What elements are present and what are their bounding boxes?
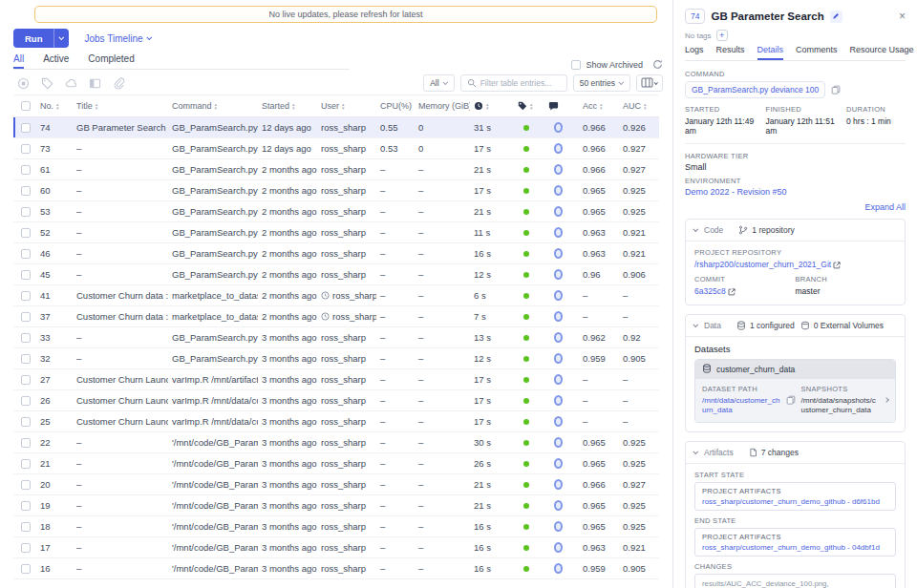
table-row[interactable]: 26Customer Churn LaunclvarImp.R /mnt/dat… <box>13 390 659 411</box>
sort-icon[interactable]: ▴▾ <box>486 102 489 110</box>
table-row[interactable]: 61–GB_ParamSearch.py de2 months agoross_… <box>13 159 659 180</box>
command-link[interactable]: GB_ParamSearch.py deviance 100 <box>685 81 825 98</box>
comments-indicator-icon[interactable] <box>554 416 563 427</box>
table-row[interactable]: 37Customer Churn data : Imarketplace_to_… <box>13 306 659 327</box>
commit-link[interactable]: 6a325c8 <box>694 286 726 296</box>
row-checkbox[interactable] <box>21 438 31 448</box>
edit-title-icon[interactable] <box>830 10 842 23</box>
comments-indicator-icon[interactable] <box>554 185 563 196</box>
column-header-acc[interactable]: Acc▴▾ <box>579 101 619 111</box>
comments-indicator-icon[interactable] <box>554 311 563 322</box>
run-button[interactable]: Run <box>13 29 69 48</box>
table-row[interactable]: 73–GB_ParamSearch.py de12 days agoross_s… <box>13 138 659 159</box>
row-checkbox[interactable] <box>21 312 31 322</box>
attachment-icon[interactable] <box>113 77 125 90</box>
column-header-started[interactable]: Started▴▾ <box>258 101 317 111</box>
panel-tab-details[interactable]: Details <box>757 45 784 60</box>
table-row[interactable]: 46–GB_ParamSearch.py de2 months agoross_… <box>13 243 659 264</box>
copy-icon[interactable] <box>831 85 841 94</box>
table-row[interactable]: 17–'/mnt/code/GB_ParamS3 months agoross_… <box>13 537 659 558</box>
comments-indicator-icon[interactable] <box>554 374 563 385</box>
column-header-title[interactable]: Title▴▾ <box>73 101 168 111</box>
table-row[interactable]: 52–GB_ParamSearch.py de2 months agoross_… <box>13 222 659 243</box>
row-checkbox[interactable] <box>21 564 31 574</box>
comments-indicator-icon[interactable] <box>554 143 563 154</box>
refresh-icon[interactable] <box>652 59 663 70</box>
column-header-no[interactable]: No.▴▾ <box>36 101 73 111</box>
tab-all[interactable]: All <box>13 53 24 69</box>
row-checkbox[interactable] <box>21 396 31 406</box>
row-checkbox[interactable] <box>21 207 31 217</box>
chevron-right-icon[interactable] <box>885 385 888 416</box>
comments-indicator-icon[interactable] <box>554 479 563 490</box>
row-checkbox[interactable] <box>21 249 31 259</box>
row-checkbox[interactable] <box>21 459 31 469</box>
run-dropdown-button[interactable] <box>53 29 69 48</box>
table-row[interactable]: 32–GB_ParamSearch.py de3 months agoross_… <box>13 348 659 369</box>
comments-indicator-icon[interactable] <box>554 500 563 511</box>
comments-indicator-icon[interactable] <box>554 521 563 532</box>
entries-select[interactable]: 50 entries <box>573 74 630 92</box>
stop-run-icon[interactable] <box>17 77 30 90</box>
panel-tab-results[interactable]: Results <box>716 45 745 60</box>
comments-indicator-icon[interactable] <box>554 269 563 280</box>
cloud-download-icon[interactable] <box>65 77 77 90</box>
run-button-label[interactable]: Run <box>13 29 53 48</box>
row-checkbox[interactable] <box>21 123 31 133</box>
comments-indicator-icon[interactable] <box>554 332 563 343</box>
sort-icon[interactable]: ▴▾ <box>600 102 603 110</box>
row-checkbox[interactable] <box>21 165 31 175</box>
comments-indicator-icon[interactable] <box>554 206 563 217</box>
end-state-link[interactable]: ross_sharp/customer_churn_demo_github - … <box>702 543 880 552</box>
sort-icon[interactable]: ▴▾ <box>644 102 647 110</box>
row-checkbox[interactable] <box>21 417 31 427</box>
table-row[interactable]: 27Customer Churn LaunclvarImp.R /mnt/art… <box>13 369 659 390</box>
columns-icon[interactable] <box>89 77 101 90</box>
table-row[interactable]: 19–'/mnt/code/GB_ParamS3 months agoross_… <box>13 495 659 516</box>
comments-indicator-icon[interactable] <box>554 290 563 301</box>
start-state-link[interactable]: ross_sharp/customer_churn_demo_github - … <box>702 497 880 506</box>
table-row[interactable]: 53–GB_ParamSearch.py de2 months agoross_… <box>13 201 659 222</box>
comments-indicator-icon[interactable] <box>554 353 563 364</box>
row-checkbox[interactable] <box>21 270 31 280</box>
table-row[interactable]: 18–'/mnt/code/GB_ParamS3 months agoross_… <box>13 516 659 537</box>
column-picker-button[interactable] <box>636 74 663 92</box>
table-row[interactable]: 60–GB_ParamSearch.py de2 months agoross_… <box>13 180 659 201</box>
data-section-header[interactable]: Data 1 configured 0 External Volumes <box>686 315 905 337</box>
show-archived-checkbox[interactable] <box>571 60 581 70</box>
sort-icon[interactable]: ▴▾ <box>96 102 98 110</box>
artifacts-section-header[interactable]: Artifacts 7 changes <box>686 442 905 464</box>
row-checkbox[interactable] <box>21 228 31 238</box>
table-row[interactable]: 21–'/mnt/code/GB_ParamS3 months agoross_… <box>13 453 659 474</box>
filter-input[interactable] <box>480 78 561 88</box>
row-checkbox[interactable] <box>21 522 31 532</box>
table-row[interactable]: 33–GB_ParamSearch.py de3 months agoross_… <box>13 327 659 348</box>
table-row[interactable]: 16–'/mnt/code/GB_ParamS3 months agoross_… <box>13 558 659 579</box>
column-header-status[interactable]: ▴▾ <box>514 101 544 111</box>
row-checkbox[interactable] <box>21 354 31 364</box>
comments-indicator-icon[interactable] <box>554 122 563 133</box>
comments-indicator-icon[interactable] <box>554 563 563 574</box>
sort-icon[interactable]: ▴▾ <box>292 102 295 110</box>
close-icon[interactable]: × <box>899 10 906 23</box>
table-row[interactable]: 22–'/mnt/code/GB_ParamS3 months agoross_… <box>13 432 659 453</box>
comments-indicator-icon[interactable] <box>554 395 563 406</box>
column-header-auc[interactable]: AUC▴▾ <box>619 101 655 111</box>
code-section-header[interactable]: Code 1 repository <box>686 220 905 242</box>
environment-link[interactable]: Demo 2022 - Revision #50 <box>685 187 787 197</box>
column-header-command[interactable]: Command▴▾ <box>168 101 258 111</box>
dataset-card[interactable]: customer_churn_data DATASET PATH /mnt/da… <box>694 359 896 423</box>
comments-indicator-icon[interactable] <box>554 248 563 259</box>
comments-indicator-icon[interactable] <box>554 164 563 175</box>
tag-outline-icon[interactable] <box>41 77 53 90</box>
row-checkbox[interactable] <box>21 543 31 553</box>
copy-icon[interactable] <box>786 395 796 405</box>
table-row[interactable]: 45–GB_ParamSearch.py de2 months agoross_… <box>13 264 659 285</box>
sort-icon[interactable]: ▴▾ <box>530 102 533 110</box>
row-checkbox[interactable] <box>21 501 31 511</box>
comments-indicator-icon[interactable] <box>554 458 563 469</box>
table-row[interactable]: 41Customer Churn data : Imarketplace_to_… <box>13 285 659 306</box>
tab-completed[interactable]: Completed <box>88 53 134 69</box>
tab-active[interactable]: Active <box>43 53 69 69</box>
panel-tab-resource-usage[interactable]: Resource Usage <box>850 45 914 60</box>
